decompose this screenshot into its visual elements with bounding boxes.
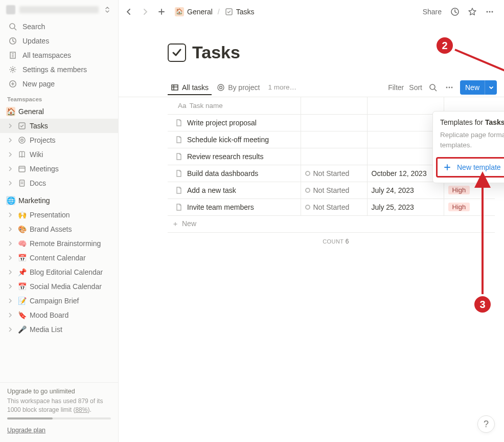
- search-icon: [8, 22, 17, 31]
- sidebar-item-docs[interactable]: Docs: [0, 176, 118, 190]
- page-icon: [175, 152, 183, 161]
- chevron-right-icon[interactable]: [6, 254, 14, 262]
- chevron-right-icon[interactable]: [6, 268, 14, 276]
- storage-progress-bar: [7, 417, 111, 419]
- sidebar-search[interactable]: Search: [0, 19, 118, 34]
- favorite-star-icon[interactable]: [465, 5, 479, 19]
- sidebar-updates-label: Updates: [22, 37, 49, 45]
- new-tab-button[interactable]: [154, 5, 169, 19]
- sort-button[interactable]: Sort: [409, 83, 422, 92]
- table-row[interactable]: Add a new taskNot StartedJuly 24, 2023Hi…: [168, 182, 495, 198]
- new-page-label: New page: [22, 80, 55, 88]
- nav-back-button[interactable]: [122, 5, 136, 19]
- page-icon-checkbox[interactable]: [168, 43, 186, 62]
- text-property-icon: Aa: [178, 102, 187, 109]
- expand-sidebar-icon[interactable]: [103, 5, 112, 14]
- nav-forward-button[interactable]: [138, 5, 152, 19]
- due-date-cell[interactable]: October 12, 2023: [372, 169, 427, 178]
- page-title[interactable]: Tasks: [192, 42, 240, 62]
- settings-label: Settings & members: [22, 65, 87, 74]
- sidebar-item-wiki[interactable]: Wiki: [0, 147, 118, 162]
- chevron-right-icon[interactable]: [6, 122, 14, 130]
- sidebar-item-remote-brainstorming[interactable]: 🧠 Remote Brainstorming: [0, 236, 118, 251]
- sidebar-item-meetings[interactable]: Meetings: [0, 162, 118, 176]
- sidebar-item-blog-editorial-calendar[interactable]: 📌 Blog Editorial Calendar: [0, 265, 118, 279]
- sidebar-item-media-list[interactable]: 🎤 Media List: [0, 322, 118, 337]
- breadcrumb-separator: /: [218, 8, 220, 16]
- workspace-switcher[interactable]: [0, 0, 118, 19]
- page-icon: [175, 136, 183, 144]
- priority-tag[interactable]: High: [448, 186, 470, 194]
- status-cell[interactable]: Not Started: [305, 186, 350, 194]
- building-icon: [8, 51, 17, 60]
- chevron-right-icon[interactable]: [6, 297, 14, 305]
- chevron-right-icon[interactable]: [6, 311, 14, 319]
- sidebar-new-page[interactable]: New page: [0, 77, 118, 91]
- view-tab-all-tasks[interactable]: All tasks: [168, 80, 212, 95]
- sidebar-item-label: Presentation: [30, 211, 70, 219]
- sidebar-item-projects[interactable]: Projects: [0, 133, 118, 147]
- add-row-button[interactable]: ＋New: [168, 215, 495, 232]
- due-date-cell[interactable]: July 25, 2023: [372, 203, 414, 211]
- history-icon[interactable]: [448, 5, 462, 19]
- chevron-right-icon[interactable]: [6, 136, 14, 144]
- task-name: Add a new task: [187, 186, 236, 194]
- help-floating-button[interactable]: ?: [477, 415, 495, 433]
- main-content: 🏠 General / Tasks Share: [119, 0, 504, 442]
- upgrade-plan-link[interactable]: Upgrade plan: [7, 427, 45, 434]
- chevron-right-icon[interactable]: [6, 325, 14, 334]
- chevron-right-icon[interactable]: [6, 179, 14, 187]
- sidebar-item-social-media-calendar[interactable]: 📅 Social Media Calendar: [0, 279, 118, 294]
- sidebar-item-label: Mood Board: [30, 311, 68, 319]
- new-button[interactable]: New: [460, 80, 485, 95]
- db-more-icon[interactable]: [444, 82, 455, 93]
- col-task-name[interactable]: Task name: [190, 102, 223, 109]
- status-dot-icon: [305, 205, 310, 210]
- teamspace-marketing[interactable]: 🌐 Marketing: [0, 193, 118, 208]
- annotation-badge-2: 2: [436, 36, 454, 55]
- chevron-right-icon[interactable]: [6, 211, 14, 219]
- new-template-button[interactable]: New template: [438, 159, 504, 176]
- page-emoji-icon: 🎨: [17, 225, 27, 234]
- new-button-dropdown[interactable]: [485, 80, 497, 95]
- chevron-right-icon[interactable]: [6, 239, 14, 248]
- due-date-cell[interactable]: July 24, 2023: [372, 186, 414, 194]
- chevron-right-icon[interactable]: [6, 150, 14, 159]
- sidebar-item-presentation[interactable]: 🙌 Presentation: [0, 208, 118, 222]
- sidebar-settings[interactable]: Settings & members: [0, 62, 118, 77]
- workspace-name-redacted: [19, 6, 99, 13]
- sidebar-updates[interactable]: Updates: [0, 34, 118, 48]
- sidebar-item-label: Projects: [30, 136, 56, 144]
- sidebar-all-teamspaces[interactable]: All teamspaces: [0, 48, 118, 62]
- status-cell[interactable]: Not Started: [305, 169, 350, 178]
- svg-point-7: [12, 69, 14, 71]
- view-tab-by-project[interactable]: By project: [214, 80, 263, 95]
- share-button[interactable]: Share: [420, 6, 445, 18]
- view-more-dropdown[interactable]: 1 more…: [265, 80, 300, 94]
- sidebar-item-campaign-brief[interactable]: 📝 Campaign Brief: [0, 294, 118, 308]
- more-menu-icon[interactable]: [483, 5, 497, 19]
- svg-line-28: [434, 89, 437, 91]
- teamspace-general[interactable]: 🏠 General: [0, 104, 118, 119]
- sidebar-item-mood-board[interactable]: 🔖 Mood Board: [0, 308, 118, 322]
- filter-button[interactable]: Filter: [388, 83, 404, 92]
- table-row[interactable]: Invite team membersNot StartedJuly 25, 2…: [168, 198, 495, 215]
- status-cell[interactable]: Not Started: [305, 203, 350, 211]
- workspace-avatar: [6, 5, 15, 14]
- breadcrumb-tasks[interactable]: Tasks: [223, 7, 257, 17]
- search-db-icon[interactable]: [427, 82, 439, 93]
- chevron-right-icon[interactable]: [6, 165, 14, 173]
- page-icon: [175, 203, 183, 211]
- doc-icon: [17, 179, 27, 188]
- svg-point-11: [21, 139, 24, 142]
- chevron-right-icon[interactable]: [6, 225, 14, 233]
- sidebar-item-tasks[interactable]: Tasks: [0, 119, 118, 133]
- chevron-right-icon[interactable]: [6, 282, 14, 291]
- sidebar-item-brand-assets[interactable]: 🎨 Brand Assets: [0, 222, 118, 236]
- priority-tag[interactable]: High: [448, 203, 470, 211]
- task-icon: [17, 121, 27, 130]
- breadcrumb-general[interactable]: 🏠 General: [173, 6, 215, 17]
- page-emoji-icon: 📌: [17, 268, 27, 277]
- page-icon: [175, 169, 183, 178]
- sidebar-item-content-calendar[interactable]: 📅 Content Calendar: [0, 251, 118, 265]
